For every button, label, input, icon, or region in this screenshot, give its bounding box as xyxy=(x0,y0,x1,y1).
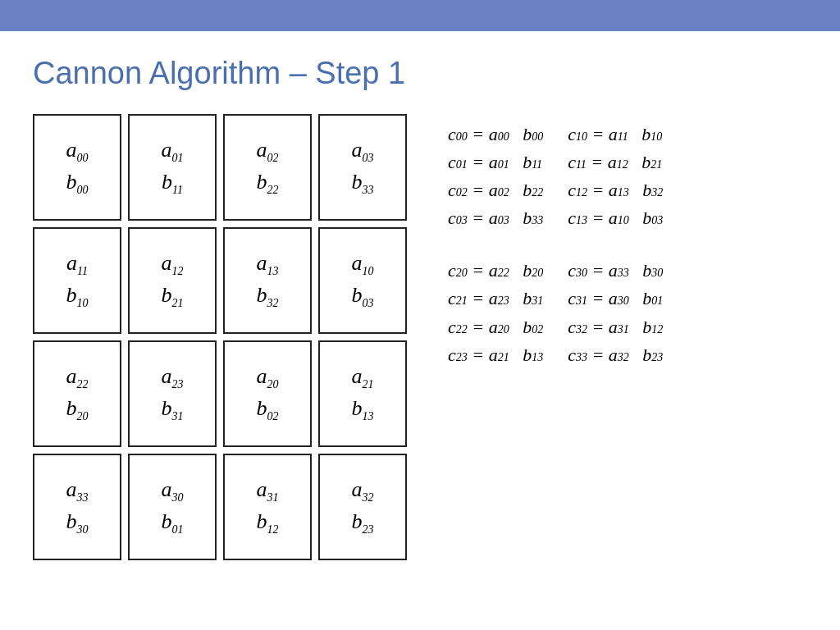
eq-c10: c10 = a11 b10 xyxy=(568,121,663,148)
eq-c33: c33 = a32 b23 xyxy=(568,341,663,369)
eq-c02: c02 = a02 b22 xyxy=(448,176,543,204)
cell-3-3: a32 b23 xyxy=(318,454,407,560)
cell-3-0: a33 b30 xyxy=(33,454,121,560)
eq-c32: c32 = a31 b12 xyxy=(568,313,663,341)
eq-c03: c03 = a03 b33 xyxy=(448,204,543,232)
eq-c23: c23 = a21 b13 xyxy=(448,341,543,369)
cell-0-3: a03 b33 xyxy=(318,114,407,221)
cell-3-1: a30 b01 xyxy=(128,454,217,560)
eq-c13: c13 = a10 b03 xyxy=(568,204,663,232)
top-bar xyxy=(0,0,840,31)
cell-1-1: a12 b21 xyxy=(128,227,217,334)
cell-0-2: a02 b22 xyxy=(223,114,312,221)
cell-2-0: a22 b20 xyxy=(33,340,121,447)
cell-3-2: a31 b12 xyxy=(223,454,312,560)
page-title: Cannon Algorithm – Step 1 xyxy=(33,56,807,91)
cell-2-1: a23 b31 xyxy=(128,340,217,447)
cell-2-3: a21 b13 xyxy=(318,340,407,447)
eq-c22: c22 = a20 b02 xyxy=(448,313,543,341)
main-area: a00 b00 a01 b11 a02 b22 a03 b33 a11 b10 … xyxy=(33,114,807,560)
matrix-grid: a00 b00 a01 b11 a02 b22 a03 b33 a11 b10 … xyxy=(33,114,407,560)
cell-1-2: a13 b32 xyxy=(223,227,312,334)
cell-1-0: a11 b10 xyxy=(33,227,121,334)
equations-section: c00 = a00 b00 c01 = a01 b11 c02 = a02 b2… xyxy=(448,114,663,560)
eq-c00: c00 = a00 b00 xyxy=(448,121,543,148)
eq-c11: c11 = a12 b21 xyxy=(568,148,663,176)
eq-c30: c30 = a33 b30 xyxy=(568,257,663,285)
eq-c21: c21 = a23 b31 xyxy=(448,285,543,313)
eq-c12: c12 = a13 b32 xyxy=(568,176,663,204)
cell-2-2: a20 b02 xyxy=(223,340,312,447)
eq-c20: c20 = a22 b20 xyxy=(448,257,543,285)
cell-1-3: a10 b03 xyxy=(318,227,407,334)
eq-c31: c31 = a30 b01 xyxy=(568,285,663,313)
cell-0-1: a01 b11 xyxy=(128,114,217,221)
eq-c01: c01 = a01 b11 xyxy=(448,148,543,176)
cell-0-0: a00 b00 xyxy=(33,114,121,221)
content-area: Cannon Algorithm – Step 1 a00 b00 a01 b1… xyxy=(0,31,840,577)
